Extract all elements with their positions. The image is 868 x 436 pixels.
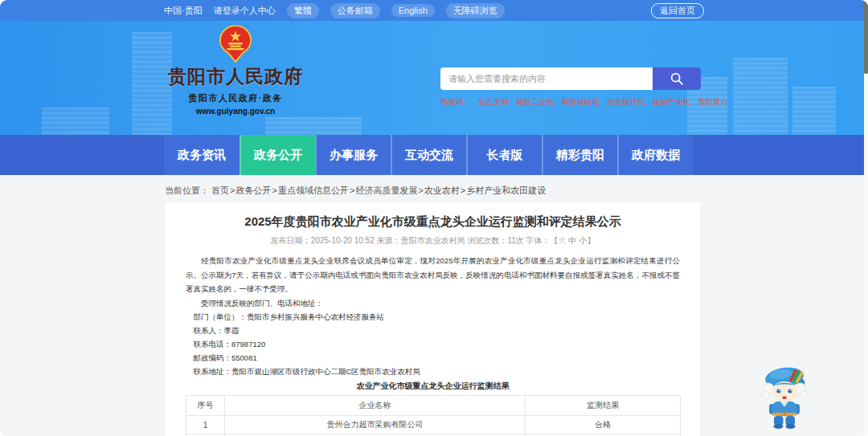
- search-button[interactable]: [653, 67, 701, 90]
- contact-phone-line: 联系电话：87987120: [186, 337, 680, 351]
- main-navigation: 政务资讯 政务公开 办事服务 互动交流 长者版 精彩贵阳 政府数据: [0, 135, 868, 175]
- article-paragraph: 经贵阳市农业产业化市级重点龙头企业联席会议成员单位审定，现对2025年开展的农业…: [186, 254, 680, 296]
- topbar: 中国·贵阳 请登录个人中心 繁體 公务邮箱 English 无障碍浏览 返回首页: [0, 0, 868, 21]
- table-row: 1 贵州合力超市采购有限公司 合格: [186, 416, 681, 434]
- hot-search-item-5[interactable]: 旅游产业化: [653, 97, 691, 108]
- font-size-bracket: 【: [551, 236, 559, 245]
- search-input[interactable]: [440, 67, 653, 90]
- building-shape: [733, 58, 788, 135]
- site-subtitle: 贵阳市人民政府·政务: [167, 92, 304, 104]
- hot-search-row: 热搜词： 生态文明 新型工业化 新型城镇化 农业现代化 旅游产业化 贵阳简介: [440, 97, 701, 108]
- font-size-large-button[interactable]: 大: [559, 236, 567, 245]
- header-banner: 贵阳市人民政府 贵阳市人民政府·政务 www.guiyang.gov.cn 热搜…: [0, 21, 868, 135]
- monitoring-results-table: 序号 企业名称 监测结果 1 贵州合力超市采购有限公司 合格 2 贵州友禾种业有…: [186, 395, 681, 436]
- hot-search-item-4[interactable]: 农业现代化: [607, 97, 645, 108]
- publish-date: 2025-10-20 10:52: [311, 236, 375, 245]
- scrollbar-thumb[interactable]: [864, 0, 868, 74]
- font-size-label: 字体：: [526, 236, 551, 245]
- site-title: 贵阳市人民政府: [167, 64, 304, 89]
- font-size-small-button[interactable]: 小: [579, 236, 587, 245]
- national-emblem-icon: [219, 25, 252, 63]
- publish-date-label: 发布日期：: [271, 236, 311, 245]
- column-header-index: 序号: [186, 396, 225, 416]
- source-label: 来源：: [377, 236, 401, 245]
- article-meta: 发布日期：2025-10-20 10:52 来源：贵阳市农业农村局 浏览次数：1…: [186, 235, 680, 247]
- topbar-link-official-mailbox[interactable]: 公务邮箱: [330, 3, 380, 18]
- nav-item-senior-version[interactable]: 长者版: [466, 135, 542, 175]
- font-size-medium-button[interactable]: 中: [568, 236, 576, 245]
- return-home-button[interactable]: 返回首页: [651, 3, 704, 18]
- topbar-link-china-guiyang[interactable]: 中国·贵阳: [164, 5, 203, 17]
- hot-search-item-2[interactable]: 新型工业化: [516, 97, 555, 108]
- building-shape: [265, 117, 362, 135]
- row-index: 1: [186, 416, 225, 434]
- column-header-company: 企业名称: [225, 396, 526, 416]
- hot-search-item-1[interactable]: 生态文明: [478, 97, 509, 108]
- topbar-login-link[interactable]: 请登录个人中心: [214, 5, 276, 17]
- breadcrumb-segment-home[interactable]: 首页: [211, 185, 229, 195]
- font-size-bracket: 】: [587, 236, 595, 245]
- breadcrumb-separator: >: [461, 185, 465, 195]
- article-panel: 2025年度贵阳市农业产业化市级重点龙头企业运行监测和评定结果公示 发布日期：2…: [165, 202, 701, 436]
- article-paragraph: 受理情况反映的部门、电话和地址：: [186, 296, 680, 311]
- article-title: 2025年度贵阳市农业产业化市级重点龙头企业运行监测和评定结果公示: [186, 214, 680, 229]
- nav-item-gov-disclosure[interactable]: 政务公开: [240, 135, 315, 175]
- hot-search-item-3[interactable]: 新型城镇化: [562, 97, 600, 108]
- breadcrumb-segment-key-info[interactable]: 重点领域信息公开: [278, 185, 349, 195]
- building-shape: [42, 108, 109, 135]
- views-label: 浏览次数：: [467, 236, 507, 245]
- topbar-link-accessibility[interactable]: 无障碍浏览: [446, 3, 505, 18]
- site-logo[interactable]: 贵阳市人民政府 贵阳市人民政府·政务 www.guiyang.gov.cn: [167, 25, 304, 116]
- topbar-link-traditional-chinese[interactable]: 繁體: [287, 3, 319, 18]
- column-header-result: 监测结果: [526, 396, 681, 416]
- hot-search-item-6[interactable]: 贵阳简介: [698, 97, 728, 108]
- breadcrumb-segment-agriculture[interactable]: 农业农村: [424, 185, 460, 195]
- hot-search-label: 热搜词：: [440, 97, 471, 108]
- nav-item-gov-news[interactable]: 政务资讯: [164, 135, 240, 175]
- nav-item-gov-data[interactable]: 政府数据: [617, 135, 693, 175]
- monitor-result: 合格: [526, 416, 681, 434]
- nav-item-services[interactable]: 办事服务: [315, 135, 391, 175]
- page: 中国·贵阳 请登录个人中心 繁體 公务邮箱 English 无障碍浏览 返回首页…: [0, 0, 868, 436]
- views-value: 11次: [507, 236, 523, 245]
- results-table-title: 农业产业化市级重点龙头企业运行监测结果: [186, 379, 680, 393]
- search-area: 热搜词： 生态文明 新型工业化 新型城镇化 农业现代化 旅游产业化 贵阳简介: [440, 67, 701, 108]
- nav-item-highlights[interactable]: 精彩贵阳: [542, 135, 617, 175]
- source-value: 贵阳市农业农村局: [401, 236, 465, 245]
- contact-address-line: 联系地址：贵阳市观山湖区市级行政中心二期C区贵阳市农业农村局: [186, 365, 680, 378]
- breadcrumb-separator: >: [230, 185, 235, 195]
- contact-person-line: 联系人：李霞: [186, 324, 680, 337]
- breadcrumb-segment-rural-industry[interactable]: 乡村产业和农田建设: [466, 185, 546, 195]
- building-shape: [792, 87, 836, 135]
- scrollbar[interactable]: [864, 0, 868, 436]
- table-header-row: 序号 企业名称 监测结果: [186, 396, 681, 416]
- breadcrumb-segment-disclosure[interactable]: 政务公开: [236, 185, 272, 195]
- contact-department-line: 部门（单位）：贵阳市乡村振兴服务中心农村经济服务站: [186, 310, 680, 324]
- postal-code-line: 邮政编码：550081: [186, 351, 680, 365]
- breadcrumb: 当前位置： 首页>政务公开>重点领域信息公开>经济高质量发展>农业农村>乡村产业…: [165, 185, 546, 197]
- breadcrumb-separator: >: [272, 185, 277, 195]
- breadcrumb-label: 当前位置：: [165, 185, 209, 195]
- mascot-assistant-character[interactable]: [759, 363, 813, 429]
- breadcrumb-segment-economy[interactable]: 经济高质量发展: [355, 185, 417, 195]
- breadcrumb-separator: >: [418, 185, 423, 195]
- search-icon: [669, 71, 684, 86]
- breadcrumb-separator: >: [350, 185, 354, 195]
- site-url: www.guiyang.gov.cn: [167, 107, 304, 116]
- topbar-link-english[interactable]: English: [391, 4, 435, 17]
- company-name: 贵州合力超市采购有限公司: [225, 416, 526, 434]
- building-shape: [132, 32, 172, 135]
- nav-item-interaction[interactable]: 互动交流: [391, 135, 466, 175]
